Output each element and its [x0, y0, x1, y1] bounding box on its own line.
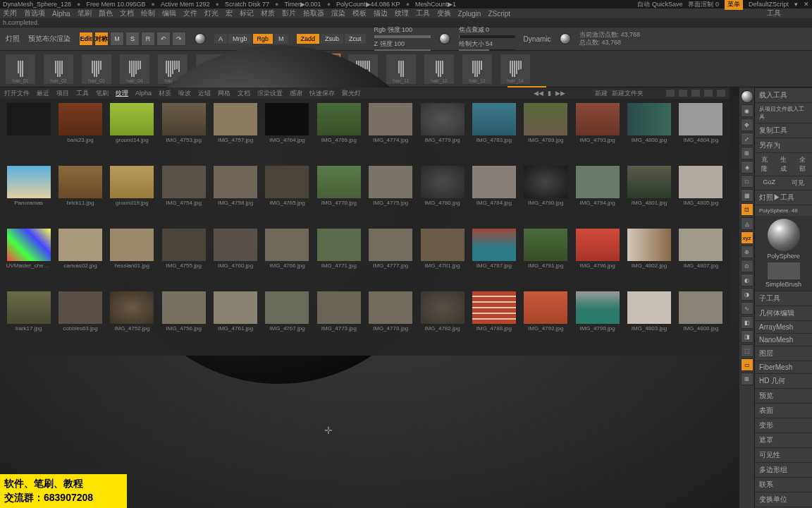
menu-14[interactable]: 拾取器 [303, 8, 324, 18]
thumb-IMG_4769.jpg[interactable]: IMG_4769.jpg [314, 103, 363, 163]
menu-2[interactable]: Alpha [52, 10, 70, 18]
side-icon-3[interactable]: ⊞ [741, 147, 753, 159]
panel-item-0[interactable]: 子工具 [755, 291, 812, 306]
menu-16[interactable]: 模板 [352, 8, 367, 18]
side-icon-2[interactable]: ⤢ [741, 133, 753, 145]
focal-shift[interactable]: 焦点衰减 0 [459, 25, 515, 35]
browser-tab-5[interactable]: 纹理 [116, 89, 128, 98]
brush-hair_12[interactable]: hair_12 [424, 54, 454, 84]
menu-11[interactable]: 标记 [240, 8, 254, 18]
nav-play-icon[interactable]: ▮ [548, 90, 551, 97]
side-icon-1[interactable]: ✥ [741, 119, 753, 131]
thumb-IMG_4779.jpg[interactable]: IMG_4779.jpg [418, 103, 467, 163]
tool-preview-sphere[interactable] [768, 219, 800, 251]
redo-icon[interactable]: ↷ [172, 32, 186, 46]
side-icon-10[interactable]: ⊕ [741, 246, 753, 258]
menu-7[interactable]: 编辑 [162, 8, 176, 18]
menu-18[interactable]: 纹理 [395, 8, 409, 18]
thumb-IMG_4784.jpg[interactable]: IMG_4784.jpg [469, 166, 518, 226]
thumb-IMG_4771.jpg[interactable]: IMG_4771.jpg [314, 229, 363, 289]
thumb-IMG_4773.jpg[interactable]: IMG_4773.jpg [314, 291, 363, 351]
brush-hair_04[interactable]: hair_04 [120, 54, 149, 84]
make-btn[interactable]: 生成 [774, 152, 793, 176]
all-btn[interactable]: 全部 [793, 152, 812, 176]
thumb-IMG_4787.jpg[interactable]: IMG_4787.jpg [469, 229, 518, 289]
m-btn[interactable]: M [274, 34, 288, 44]
menu-22[interactable]: ZScript [488, 10, 510, 18]
thumb-IMG_4803.jpg[interactable]: IMG_4803.jpg [625, 291, 673, 351]
thumb-canvas02.jpg[interactable]: canvas02.jpg [56, 229, 104, 289]
panel-item-7[interactable]: 预览 [755, 388, 812, 403]
load-tool-btn[interactable]: 载入工具 [755, 87, 812, 102]
new-folder-btn[interactable]: 新建文件夹 [612, 89, 644, 98]
thumb-IMG_4794.jpg[interactable]: IMG_4794.jpg [573, 166, 622, 226]
zsub-btn[interactable]: Zsub [321, 34, 343, 44]
browser-tab-3[interactable]: 工具 [76, 89, 89, 98]
side-icon-19[interactable]: ⊞ [741, 373, 753, 385]
undo-icon[interactable]: ↶ [156, 32, 171, 46]
thumb-IMG_4780.jpg[interactable]: IMG_4780.jpg [418, 166, 467, 226]
thumb-IMG_4752.jpg[interactable]: IMG_4752.jpg [108, 291, 156, 351]
zadd-btn[interactable]: Zadd [297, 34, 320, 44]
dynamic-btn[interactable]: Dynamic [524, 35, 551, 43]
panel-item-14[interactable]: 变换单位 [755, 492, 812, 507]
rgb-btn[interactable]: Rgb [253, 34, 273, 44]
thumb-IMG_4789.jpg[interactable]: IMG_4789.jpg [522, 103, 570, 163]
side-icon-11[interactable]: ⊙ [741, 260, 753, 272]
thumb-empty[interactable] [4, 103, 53, 163]
side-icon-4[interactable]: ◈ [741, 161, 753, 174]
side-icon-6[interactable]: ▦ [741, 189, 753, 202]
thumb-IMG_4790.jpg[interactable]: IMG_4790.jpg [522, 166, 570, 226]
side-icon-0[interactable]: ◉ [741, 104, 753, 117]
menu-1[interactable]: 首选项 [24, 8, 45, 18]
close-icon[interactable]: ✕ [804, 1, 809, 8]
quicksave[interactable]: 自动 QuickSave [637, 0, 682, 9]
side-icon-9[interactable]: xyz [741, 231, 753, 244]
browser-tab-15[interactable]: 聚光灯 [342, 89, 361, 98]
browser-tab-12[interactable]: 渲染设置 [257, 89, 283, 98]
menu-10[interactable]: 宏 [226, 8, 233, 18]
simplebrush-icon[interactable] [768, 262, 800, 279]
menu-8[interactable]: 文件 [183, 8, 197, 18]
focal-icon[interactable] [439, 33, 450, 44]
thumb-IMG_4767.jpg[interactable]: IMG_4767.jpg [263, 291, 312, 351]
menu-20[interactable]: 变换 [437, 8, 451, 18]
draw-size[interactable]: 绘制大小 54 [459, 40, 515, 49]
thumb-IMG_4758.jpg[interactable]: IMG_4758.jpg [211, 166, 259, 226]
thumb-IMG_4788.jpg[interactable]: IMG_4788.jpg [469, 291, 518, 351]
save-as-btn[interactable]: 另存为 [755, 138, 812, 152]
brush-hair_11[interactable]: hair_11 [386, 54, 416, 84]
side-icon-18[interactable]: ▭ [741, 358, 753, 371]
thumb-IMG_4753.jpg[interactable]: IMG_4753.jpg [159, 103, 208, 163]
clone-btn[interactable]: 克隆 [755, 152, 774, 176]
browser-tab-13[interactable]: 感谢 [290, 89, 302, 98]
view-4-icon[interactable] [704, 90, 713, 97]
side-icon-5[interactable]: □ [741, 175, 753, 188]
thumb-IMG_4808.jpg[interactable]: IMG_4808.jpg [677, 291, 725, 351]
viewport[interactable]: 打开文件最近项目工具笔刷纹理Alpha材质噪波近辐网格文档渲染设置感谢快速保存聚… [0, 87, 739, 508]
thumb-IMG_4802.jpg[interactable]: IMG_4802.jpg [625, 229, 673, 289]
panel-item-9[interactable]: 变形 [755, 418, 812, 433]
thumb-hessian01.jpg[interactable]: hessian01.jpg [108, 229, 156, 289]
thumb-IMG_4796.jpg[interactable]: IMG_4796.jpg [573, 229, 622, 289]
thumb-IMG_4791.jpg[interactable]: IMG_4791.jpg [522, 229, 570, 289]
new-btn[interactable]: 新建 [595, 89, 608, 98]
rgb-intensity[interactable]: Rgb 强度 100 [374, 25, 431, 35]
brush-hair_01[interactable]: hair_01 [6, 54, 35, 84]
thumb-IMG_4777.jpg[interactable]: IMG_4777.jpg [366, 229, 414, 289]
thumb-IMG_4800.jpg[interactable]: IMG_4800.jpg [625, 103, 673, 163]
side-icon-15[interactable]: ◧ [741, 316, 753, 329]
browser-tab-14[interactable]: 快速保存 [309, 89, 335, 98]
browser-tab-0[interactable]: 打开文件 [4, 89, 30, 98]
thumb-IMG_4774.jpg[interactable]: IMG_4774.jpg [366, 103, 414, 163]
panel-item-6[interactable]: HD 几何 [755, 373, 812, 388]
menu-9[interactable]: 灯光 [204, 8, 219, 18]
zscript[interactable]: DefaultZScript [749, 1, 789, 8]
thumb-UVMaster_checkers[interactable]: UVMaster_checkers [4, 229, 53, 289]
thumb-ground14.jpg[interactable]: ground14.jpg [108, 103, 156, 163]
rotate-icon[interactable]: R [141, 32, 155, 46]
menu-6[interactable]: 绘制 [141, 8, 155, 18]
thumb-ground19.jpg[interactable]: ground19.jpg [108, 166, 156, 226]
z-intensity[interactable]: Z 强度 100 [374, 40, 431, 49]
brush-hair_14[interactable]: hair_14 [500, 54, 530, 84]
